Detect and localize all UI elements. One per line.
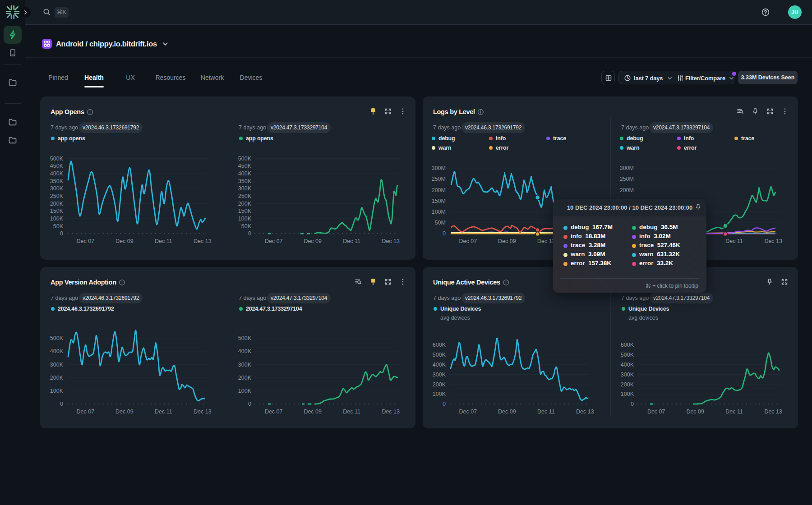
svg-text:300K: 300K: [238, 362, 252, 368]
svg-text:150M: 150M: [432, 198, 446, 204]
svg-text:100K: 100K: [238, 216, 252, 222]
svg-text:100K: 100K: [50, 388, 64, 394]
svg-text:200M: 200M: [620, 187, 634, 193]
svg-text:350K: 350K: [50, 178, 64, 184]
svg-text:100K: 100K: [50, 216, 64, 222]
svg-text:200K: 200K: [50, 375, 64, 381]
svg-text:Dec 11: Dec 11: [725, 409, 743, 415]
svg-text:500K: 500K: [238, 335, 252, 341]
svg-text:200K: 200K: [433, 381, 446, 388]
svg-text:0: 0: [60, 401, 63, 407]
svg-text:500K: 500K: [50, 335, 64, 341]
svg-text:Dec 13: Dec 13: [764, 238, 782, 244]
svg-text:250K: 250K: [238, 193, 252, 199]
svg-text:0: 0: [631, 401, 634, 407]
svg-text:150K: 150K: [50, 208, 64, 214]
svg-text:Dec 11: Dec 11: [343, 238, 360, 244]
svg-text:400K: 400K: [621, 362, 634, 368]
svg-text:Dec 07: Dec 07: [265, 238, 283, 244]
svg-text:Dec 09: Dec 09: [686, 409, 704, 415]
svg-text:200M: 200M: [432, 187, 446, 193]
svg-text:0: 0: [248, 401, 251, 407]
svg-text:200K: 200K: [238, 201, 252, 207]
svg-text:Dec 07: Dec 07: [265, 409, 283, 415]
svg-text:200K: 200K: [238, 375, 252, 381]
svg-text:Dec 11: Dec 11: [155, 409, 172, 415]
svg-text:Dec 13: Dec 13: [194, 409, 212, 415]
svg-text:Dec 11: Dec 11: [537, 409, 555, 415]
svg-text:Dec 07: Dec 07: [647, 409, 665, 415]
svg-text:300K: 300K: [433, 372, 446, 378]
svg-text:300M: 300M: [432, 165, 446, 171]
svg-text:400K: 400K: [50, 348, 64, 354]
svg-text:350K: 350K: [238, 178, 252, 184]
svg-text:Dec 13: Dec 13: [194, 238, 212, 244]
svg-text:Dec 09: Dec 09: [498, 238, 516, 244]
svg-text:0: 0: [248, 230, 251, 237]
svg-text:500K: 500K: [50, 156, 64, 162]
svg-text:500K: 500K: [433, 352, 446, 358]
svg-text:300K: 300K: [50, 362, 64, 368]
svg-text:Dec 11: Dec 11: [155, 238, 172, 244]
svg-text:300K: 300K: [238, 185, 252, 192]
svg-text:Dec 11: Dec 11: [725, 238, 743, 244]
svg-text:Dec 13: Dec 13: [382, 409, 400, 415]
svg-text:150K: 150K: [238, 208, 252, 214]
svg-text:50K: 50K: [53, 223, 64, 230]
svg-text:Dec 11: Dec 11: [537, 238, 555, 244]
svg-text:400K: 400K: [433, 362, 446, 368]
svg-text:450K: 450K: [50, 163, 64, 169]
svg-text:Dec 09: Dec 09: [498, 409, 516, 415]
svg-text:250M: 250M: [432, 176, 446, 182]
svg-text:250K: 250K: [50, 193, 64, 199]
svg-text:0: 0: [443, 230, 446, 237]
svg-text:Dec 07: Dec 07: [76, 409, 94, 415]
svg-text:400K: 400K: [238, 170, 252, 177]
svg-text:100M: 100M: [432, 209, 446, 215]
svg-text:Dec 07: Dec 07: [76, 238, 94, 244]
svg-text:450K: 450K: [238, 163, 252, 169]
svg-text:0: 0: [443, 401, 446, 407]
svg-text:200K: 200K: [50, 201, 64, 207]
svg-text:100K: 100K: [621, 391, 634, 397]
svg-text:600K: 600K: [621, 342, 634, 348]
svg-text:100K: 100K: [238, 388, 252, 394]
svg-text:Dec 09: Dec 09: [304, 238, 322, 244]
svg-text:Dec 09: Dec 09: [304, 409, 322, 415]
svg-text:400K: 400K: [238, 348, 252, 354]
svg-text:Dec 09: Dec 09: [115, 238, 134, 244]
svg-text:Dec 11: Dec 11: [343, 409, 360, 415]
svg-text:Dec 13: Dec 13: [382, 238, 400, 244]
svg-text:500K: 500K: [238, 156, 252, 162]
svg-text:300K: 300K: [50, 185, 64, 192]
svg-text:200K: 200K: [621, 381, 634, 388]
svg-text:400K: 400K: [50, 170, 64, 177]
svg-text:100K: 100K: [433, 391, 446, 397]
svg-text:300K: 300K: [621, 372, 634, 378]
svg-text:50M: 50M: [435, 220, 446, 226]
svg-text:300M: 300M: [620, 165, 634, 171]
svg-text:Dec 07: Dec 07: [459, 238, 477, 244]
svg-text:50K: 50K: [241, 223, 252, 230]
svg-text:Dec 13: Dec 13: [764, 409, 782, 415]
svg-text:250M: 250M: [620, 176, 634, 182]
svg-text:Dec 13: Dec 13: [576, 409, 594, 415]
svg-text:Dec 09: Dec 09: [115, 409, 134, 415]
svg-text:0: 0: [60, 230, 63, 237]
svg-text:Dec 07: Dec 07: [459, 409, 477, 415]
svg-text:500K: 500K: [621, 352, 634, 358]
svg-text:600K: 600K: [433, 342, 446, 348]
